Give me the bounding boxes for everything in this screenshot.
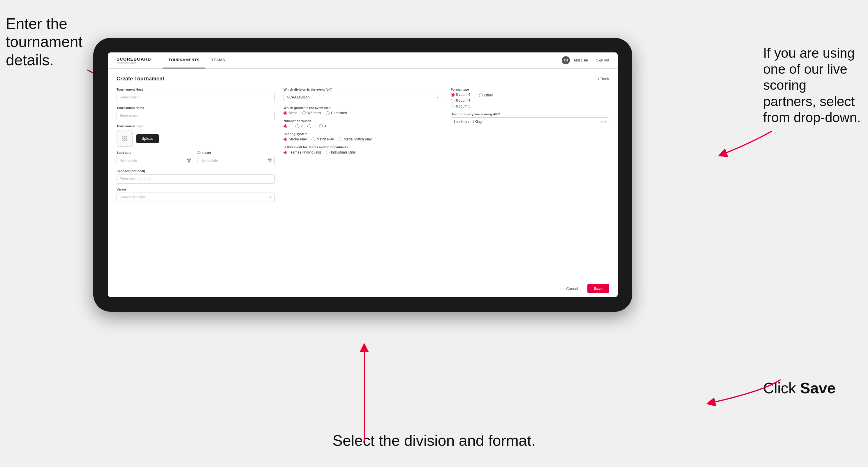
save-button[interactable]: Save <box>587 284 609 293</box>
logo-upload-area: 🖼 Upload <box>117 130 275 147</box>
rounds-2[interactable]: 2 <box>296 124 303 128</box>
scoring-label: Scoring system <box>283 132 442 136</box>
division-label: Which division is the event for? <box>283 88 442 91</box>
page-content: Create Tournament < Back Tournament Host… <box>108 69 618 280</box>
form-title: Create Tournament <box>117 76 164 82</box>
teams-label: Is this event for Teams and/or Individua… <box>283 145 442 149</box>
rounds-radio-group: 1 2 3 4 <box>283 124 442 128</box>
rounds-1[interactable]: 1 <box>283 124 291 128</box>
live-scoring-select-wrap: ✕ ▼ <box>451 117 609 126</box>
gender-radio-group: Mens Womens Combined <box>283 111 442 115</box>
search-golf-club-input[interactable] <box>117 193 275 202</box>
host-label: Tournament Host <box>117 88 275 91</box>
scoring-radio-group: Stroke Play Match Play Medal Match Play <box>283 137 442 141</box>
tournament-name-input[interactable] <box>117 111 275 120</box>
date-row: Start date 📅 End date 📅 <box>117 151 275 165</box>
name-label: Tournament name <box>117 106 275 110</box>
live-scoring-label: Use third-party live scoring API? <box>451 113 609 116</box>
tablet: SCOREBOARD Powered by Clippit TOURNAMENT… <box>93 38 632 312</box>
format-5count4[interactable]: 5 count 4 <box>451 93 470 97</box>
gender-label: Which gender is the event for? <box>283 106 442 110</box>
name-field-group: Tournament name <box>117 106 275 120</box>
nav-tabs: TOURNAMENTS TEAMS <box>163 53 562 68</box>
format-6count5[interactable]: 6 count 5 <box>451 104 470 108</box>
format-label: Format type <box>451 88 609 91</box>
rounds-label: Number of rounds <box>283 119 442 123</box>
form-columns: Tournament Host Tournament name Tourname… <box>117 88 609 202</box>
form-header: Create Tournament < Back <box>117 76 609 82</box>
end-date-label: End date <box>197 151 275 154</box>
teams-radio-group: Teams (+Individuals) Individuals Only <box>283 150 442 154</box>
brand-title: SCOREBOARD <box>117 57 151 61</box>
tab-teams[interactable]: TEAMS <box>206 53 231 68</box>
format-options-row: 5 count 4 6 count 4 6 count 5 <box>451 93 609 108</box>
individuals-only[interactable]: Individuals Only <box>326 150 356 154</box>
navbar: SCOREBOARD Powered by Clippit TOURNAMENT… <box>108 53 618 69</box>
division-select[interactable]: NCAA Division I NCAA Division II NCAA Di… <box>283 93 442 102</box>
sponsor-field-group: Sponsor (optional) <box>117 169 275 184</box>
middle-column: Which division is the event for? NCAA Di… <box>283 88 442 154</box>
scoring-stroke[interactable]: Stroke Play <box>283 137 307 141</box>
venue-select-wrap: ▼ <box>117 193 275 202</box>
teams-field-group: Is this event for Teams and/or Individua… <box>283 145 442 154</box>
upload-button[interactable]: Upload <box>136 134 159 143</box>
nav-brand: SCOREBOARD Powered by Clippit <box>117 57 151 64</box>
format-other-label: Other <box>484 93 493 97</box>
format-other-radio[interactable] <box>479 94 483 97</box>
logo-field-group: Tournament logo 🖼 Upload <box>117 124 275 147</box>
gender-field-group: Which gender is the event for? Mens Wome… <box>283 106 442 115</box>
annotation-topleft: Enter the tournament details. <box>6 14 87 69</box>
live-scoring-input[interactable] <box>451 117 609 126</box>
rounds-4[interactable]: 4 <box>319 124 326 128</box>
logo-label: Tournament logo <box>117 124 275 128</box>
format-field-group: Format type 5 count 4 6 count 4 <box>451 88 609 108</box>
live-scoring-field-group: Use third-party live scoring API? ✕ ▼ <box>451 113 609 126</box>
image-icon: 🖼 <box>122 136 127 142</box>
annotation-topright: If you are using one of our live scoring… <box>763 45 862 126</box>
start-date-group: Start date 📅 <box>117 151 194 165</box>
right-column: Format type 5 count 4 6 count 4 <box>451 88 609 126</box>
tab-tournaments[interactable]: TOURNAMENTS <box>163 53 205 68</box>
rounds-field-group: Number of rounds 1 2 3 <box>283 119 442 128</box>
teams-plus-individuals[interactable]: Teams (+Individuals) <box>283 150 321 154</box>
search-team-input[interactable] <box>117 93 275 102</box>
form-container: Create Tournament < Back Tournament Host… <box>108 69 618 209</box>
gender-combined[interactable]: Combined <box>326 111 347 115</box>
format-radio-group: 5 count 4 6 count 4 6 count 5 <box>451 93 470 108</box>
back-link[interactable]: < Back <box>597 76 609 81</box>
end-date-wrap: 📅 <box>197 156 275 165</box>
gender-mens[interactable]: Mens <box>283 111 297 115</box>
end-date-group: End date 📅 <box>197 151 275 165</box>
logo-placeholder: 🖼 <box>117 130 133 147</box>
end-date-input[interactable] <box>197 156 275 165</box>
form-footer: Cancel Save <box>108 280 618 297</box>
format-6count4[interactable]: 6 count 4 <box>451 98 470 102</box>
start-date-wrap: 📅 <box>117 156 194 165</box>
format-other: Other <box>479 93 493 97</box>
scoring-match[interactable]: Match Play <box>311 137 334 141</box>
gender-womens[interactable]: Womens <box>302 111 321 115</box>
host-field-group: Tournament Host <box>117 88 275 102</box>
division-field-group: Which division is the event for? NCAA Di… <box>283 88 442 102</box>
scoring-medal-match[interactable]: Medal Match Play <box>339 137 372 141</box>
division-select-wrap: NCAA Division I NCAA Division II NCAA Di… <box>283 93 442 102</box>
brand-subtitle: Powered by Clippit <box>117 61 151 64</box>
sponsor-label: Sponsor (optional) <box>117 169 275 173</box>
rounds-3[interactable]: 3 <box>307 124 315 128</box>
venue-field-group: Venue ▼ <box>117 188 275 202</box>
venue-label: Venue <box>117 188 275 191</box>
user-name: Test User <box>574 58 588 62</box>
start-date-input[interactable] <box>117 156 194 165</box>
nav-right: TU Test User | Sign out <box>562 56 609 64</box>
annotation-bottom: Select the division and format. <box>333 432 535 449</box>
annotation-bottomright: Click Save <box>763 379 862 397</box>
sign-out-link[interactable]: Sign out <box>596 58 609 62</box>
cancel-button[interactable]: Cancel <box>560 284 584 293</box>
scoring-field-group: Scoring system Stroke Play Match Play Me… <box>283 132 442 141</box>
left-column: Tournament Host Tournament name Tourname… <box>117 88 275 202</box>
start-date-label: Start date <box>117 151 194 154</box>
avatar: TU <box>562 56 570 64</box>
tablet-screen: SCOREBOARD Powered by Clippit TOURNAMENT… <box>108 53 618 297</box>
sponsor-input[interactable] <box>117 174 275 184</box>
clear-icon[interactable]: ✕ <box>600 120 603 124</box>
